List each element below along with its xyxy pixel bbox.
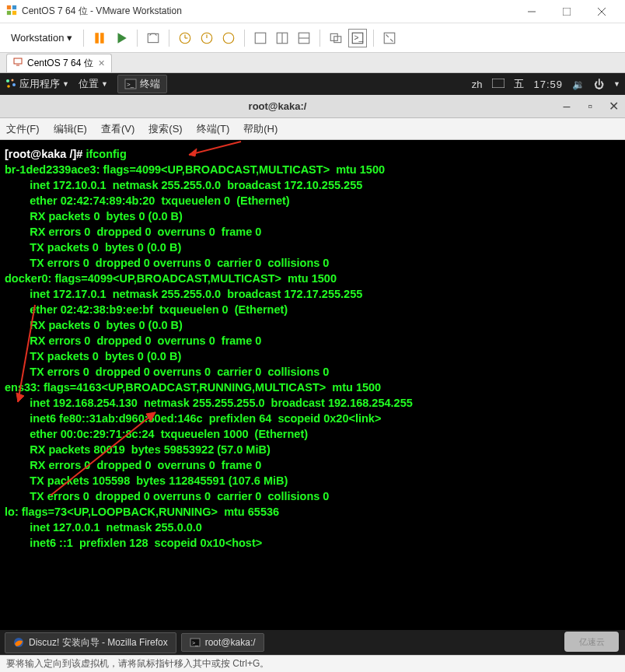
gnome-logo-icon xyxy=(5,78,17,90)
svg-rect-38 xyxy=(492,79,505,88)
view-split-button[interactable] xyxy=(273,29,292,47)
applications-menu[interactable]: 应用程序 ▼ xyxy=(5,77,69,91)
gnome-top-bar: 应用程序 ▼ 位置 ▼ >_ 终端 zh 五 17:59 🔉 ⏻ ▼ xyxy=(0,73,625,95)
vmware-tab-row: CentOS 7 64 位 ✕ xyxy=(0,53,625,73)
places-label: 位置 xyxy=(79,77,99,91)
svg-point-33 xyxy=(12,79,14,82)
svg-line-29 xyxy=(391,39,393,41)
terminal-menubar: 文件(F) 编辑(E) 查看(V) 搜索(S) 终端(T) 帮助(H) xyxy=(0,118,625,140)
close-icon[interactable]: ✕ xyxy=(98,58,105,68)
places-menu[interactable]: 位置 ▼ xyxy=(79,77,108,91)
svg-rect-27 xyxy=(385,33,396,44)
chevron-down-icon: ▼ xyxy=(62,80,69,88)
svg-rect-8 xyxy=(96,33,100,44)
console-button[interactable]: >_ xyxy=(348,29,367,47)
svg-rect-9 xyxy=(101,33,105,44)
clock-time[interactable]: 17:59 xyxy=(534,79,564,90)
applications-label: 应用程序 xyxy=(19,77,60,91)
svg-line-28 xyxy=(386,34,389,37)
terminal-task-indicator[interactable]: >_ 终端 xyxy=(117,75,167,93)
vmware-statusbar: 要将输入定向到该虚拟机，请将鼠标指针移入其中或按 Ctrl+G。 xyxy=(0,655,625,672)
vmware-titlebar: CentOS 7 64 位 - VMware Workstation xyxy=(0,0,625,23)
terminal-icon: >_ xyxy=(124,78,137,90)
taskbar-item-terminal[interactable]: >_ root@kaka:/ xyxy=(181,633,264,652)
vm-tab-centos[interactable]: CentOS 7 64 位 ✕ xyxy=(6,54,112,72)
toolbar-separator xyxy=(373,30,374,47)
clock-button-1[interactable] xyxy=(176,29,194,47)
menu-help[interactable]: 帮助(H) xyxy=(243,122,278,136)
unity-button[interactable] xyxy=(326,29,345,47)
chevron-down-icon[interactable]: ▼ xyxy=(613,80,620,88)
terminal-window: root@kaka:/ – ▫ ✕ 文件(F) 编辑(E) 查看(V) 搜索(S… xyxy=(0,95,625,630)
svg-rect-2 xyxy=(7,10,11,14)
taskbar-item-label: root@kaka:/ xyxy=(205,637,256,648)
terminal-body[interactable]: [root@kaka /]# ifconfigbr-1ded2339ace3: … xyxy=(0,140,625,630)
watermark: 亿速云 xyxy=(564,632,619,652)
terminal-minimize-button[interactable]: – xyxy=(555,100,578,114)
minimize-button[interactable] xyxy=(514,1,549,23)
vmware-logo-icon xyxy=(6,5,22,19)
view-grid-button[interactable] xyxy=(295,29,313,47)
chevron-down-icon: ▾ xyxy=(67,32,72,44)
toolbar-separator xyxy=(244,30,245,47)
fullscreen-button[interactable] xyxy=(380,29,399,47)
clock-button-3[interactable] xyxy=(219,29,238,47)
taskbar-item-firefox[interactable]: Discuz! 安装向导 - Mozilla Firefox xyxy=(5,632,176,653)
vm-tab-label: CentOS 7 64 位 xyxy=(27,57,93,70)
svg-point-32 xyxy=(6,79,9,82)
svg-point-35 xyxy=(7,85,10,88)
input-method-indicator[interactable]: zh xyxy=(472,79,483,90)
terminal-close-button[interactable]: ✕ xyxy=(602,99,625,114)
svg-text:>_: >_ xyxy=(127,81,134,88)
play-button[interactable] xyxy=(112,29,131,47)
maximize-button[interactable] xyxy=(549,1,584,23)
close-button[interactable] xyxy=(584,1,619,23)
firefox-icon xyxy=(13,637,24,648)
toolbar-separator xyxy=(169,30,169,47)
terminal-title: root@kaka:/ xyxy=(0,100,555,112)
status-text: 要将输入定向到该虚拟机，请将鼠标指针移入其中或按 Ctrl+G。 xyxy=(6,657,269,670)
view-single-button[interactable] xyxy=(251,29,270,47)
terminal-task-label: 终端 xyxy=(140,77,160,91)
volume-icon[interactable]: 🔉 xyxy=(572,79,585,90)
toolbar-separator xyxy=(137,30,138,47)
vmware-title: CentOS 7 64 位 - VMware Workstation xyxy=(22,5,514,18)
terminal-icon: >_ xyxy=(190,637,201,648)
svg-point-34 xyxy=(12,83,16,86)
svg-rect-5 xyxy=(563,8,571,16)
menu-file[interactable]: 文件(F) xyxy=(6,122,40,136)
clock-button-2[interactable] xyxy=(197,29,216,47)
svg-rect-1 xyxy=(12,5,16,9)
chevron-down-icon: ▼ xyxy=(101,80,108,88)
svg-rect-18 xyxy=(256,33,267,44)
day-label[interactable]: 五 xyxy=(514,77,525,91)
power-icon[interactable]: ⏻ xyxy=(594,79,604,90)
toolbar-separator xyxy=(83,30,84,47)
vmware-toolbar: Workstation ▾ >_ xyxy=(0,23,625,53)
monitor-icon xyxy=(13,58,23,69)
svg-text:>_: >_ xyxy=(192,640,198,646)
workstation-menu-label: Workstation xyxy=(11,32,64,44)
snapshot-button[interactable] xyxy=(144,29,162,47)
menu-search[interactable]: 搜索(S) xyxy=(148,122,182,136)
watermark-label: 亿速云 xyxy=(579,636,605,648)
svg-rect-3 xyxy=(12,10,16,14)
menu-terminal[interactable]: 终端(T) xyxy=(197,122,230,136)
toolbar-separator xyxy=(319,30,320,47)
svg-point-17 xyxy=(224,33,235,44)
svg-rect-30 xyxy=(14,58,22,64)
workstation-menu[interactable]: Workstation ▾ xyxy=(6,29,77,47)
gnome-taskbar: Discuz! 安装向导 - Mozilla Firefox >_ root@k… xyxy=(0,630,625,655)
keyboard-icon[interactable] xyxy=(492,79,505,90)
menu-edit[interactable]: 编辑(E) xyxy=(54,122,87,136)
terminal-titlebar: root@kaka:/ – ▫ ✕ xyxy=(0,95,625,118)
pause-button[interactable] xyxy=(90,29,109,47)
terminal-maximize-button[interactable]: ▫ xyxy=(578,100,602,114)
svg-text:>_: >_ xyxy=(354,33,364,42)
svg-rect-0 xyxy=(7,5,11,9)
svg-marker-10 xyxy=(118,33,127,44)
menu-view[interactable]: 查看(V) xyxy=(101,122,134,136)
taskbar-item-label: Discuz! 安装向导 - Mozilla Firefox xyxy=(29,636,168,649)
